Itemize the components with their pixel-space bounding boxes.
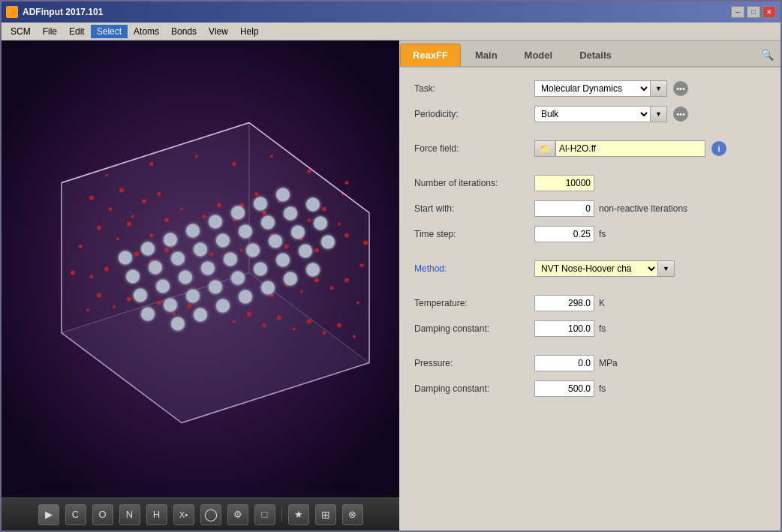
viewport-3d[interactable] <box>2 41 399 497</box>
svg-point-106 <box>201 262 215 275</box>
svg-point-58 <box>247 312 251 317</box>
damping-const2-input[interactable] <box>534 380 594 397</box>
svg-point-13 <box>116 238 119 241</box>
tab-details[interactable]: Details <box>567 44 624 66</box>
svg-point-96 <box>171 252 185 266</box>
svg-point-112 <box>141 308 155 321</box>
svg-point-95 <box>149 261 162 275</box>
num-iterations-input[interactable] <box>534 175 594 191</box>
viewport-panel: ▶ C O N H X• ◯ ⚙ □ ★ ⊞ ⊗ <box>2 41 399 530</box>
method-select-container: NVT Nose-Hoover cha ▼ <box>534 260 675 277</box>
tab-main[interactable]: Main <box>462 44 510 66</box>
svg-point-14 <box>127 222 131 227</box>
svg-point-86 <box>119 251 132 265</box>
minimize-button[interactable]: ─ <box>731 6 744 18</box>
svg-point-16 <box>164 218 169 223</box>
gear-button[interactable]: ⚙ <box>227 504 248 525</box>
search-icon[interactable]: 🔍 <box>756 44 777 65</box>
n-button[interactable]: N <box>119 504 140 525</box>
grid-button[interactable]: ⊞ <box>315 504 336 525</box>
menu-file[interactable]: File <box>37 25 63 38</box>
pressure-label: Pressure: <box>414 358 534 368</box>
svg-point-85 <box>345 181 349 185</box>
svg-point-66 <box>344 278 349 283</box>
svg-point-69 <box>300 290 303 293</box>
svg-point-24 <box>262 211 266 215</box>
periodicity-select[interactable]: Bulk <box>534 106 651 122</box>
svg-point-80 <box>195 155 198 158</box>
maximize-button[interactable]: □ <box>747 6 760 18</box>
star-button[interactable]: ★ <box>288 504 309 525</box>
damping-const1-input[interactable] <box>534 320 594 337</box>
svg-point-27 <box>308 218 311 222</box>
force-field-input[interactable] <box>555 140 705 157</box>
multi-button[interactable]: ⊗ <box>342 504 363 525</box>
task-label: Task: <box>414 83 534 94</box>
h-button[interactable]: H <box>146 504 167 525</box>
svg-point-72 <box>79 245 83 248</box>
pressure-input[interactable] <box>534 355 594 371</box>
start-with-row: Start with: non-reactive iterations <box>414 200 765 218</box>
menu-bonds[interactable]: Bonds <box>165 25 203 38</box>
c-button[interactable]: C <box>65 504 86 525</box>
svg-point-114 <box>186 290 200 303</box>
svg-point-73 <box>86 309 89 312</box>
menu-scm[interactable]: SCM <box>5 25 37 38</box>
svg-point-92 <box>254 197 267 211</box>
periodicity-dropdown-arrow[interactable]: ▼ <box>651 106 667 122</box>
menu-edit[interactable]: Edit <box>63 25 91 38</box>
circle-button[interactable]: ◯ <box>200 504 221 525</box>
periodicity-label: Periodicity: <box>414 109 534 119</box>
task-select[interactable]: Molecular Dynamics <box>534 80 651 97</box>
svg-point-97 <box>194 243 207 257</box>
svg-point-77 <box>363 241 368 245</box>
temperature-input[interactable] <box>534 295 594 311</box>
svg-point-19 <box>203 215 206 218</box>
periodicity-more-button[interactable]: ••• <box>673 107 688 122</box>
svg-point-88 <box>164 233 177 247</box>
pressure-row: Pressure: MPa <box>414 354 765 372</box>
menu-atoms[interactable]: Atoms <box>128 25 165 38</box>
o-button[interactable]: O <box>92 504 113 525</box>
svg-point-50 <box>127 297 131 302</box>
damping-const1-row: Damping constant: fs <box>414 320 765 338</box>
svg-point-93 <box>276 188 290 202</box>
svg-point-111 <box>314 217 327 230</box>
svg-point-39 <box>210 252 214 256</box>
svg-point-83 <box>308 170 311 173</box>
force-field-info-button[interactable]: i <box>711 141 726 156</box>
svg-point-122 <box>194 308 207 322</box>
svg-point-46 <box>104 267 109 272</box>
num-iterations-row: Number of iterations: <box>414 174 765 192</box>
svg-point-37 <box>240 249 243 252</box>
tab-model[interactable]: Model <box>512 44 566 66</box>
app-icon: 🔶 <box>6 6 18 18</box>
tab-reaxff[interactable]: ReaxFF <box>400 44 461 66</box>
svg-point-9 <box>131 215 134 218</box>
svg-point-121 <box>171 317 185 331</box>
task-more-button[interactable]: ••• <box>673 81 688 96</box>
play-button[interactable]: ▶ <box>38 504 59 525</box>
x-button[interactable]: X• <box>173 504 194 525</box>
tab-bar: ReaxFF Main Model Details 🔍 <box>399 41 780 68</box>
damping-const1-unit: fs <box>599 323 606 334</box>
svg-point-103 <box>134 289 147 302</box>
method-dropdown-arrow[interactable]: ▼ <box>658 260 675 277</box>
close-button[interactable]: ✕ <box>762 6 776 18</box>
square-button[interactable]: □ <box>254 504 275 525</box>
task-dropdown-arrow[interactable]: ▼ <box>651 80 667 97</box>
svg-point-87 <box>141 242 155 256</box>
temperature-unit: K <box>599 298 605 308</box>
start-with-input[interactable] <box>534 200 594 217</box>
force-field-label: Force field: <box>414 143 534 154</box>
method-select[interactable]: NVT Nose-Hoover cha <box>534 260 658 277</box>
svg-point-32 <box>314 248 319 253</box>
svg-point-28 <box>322 207 326 212</box>
method-label: Method: <box>414 263 534 274</box>
file-browse-button[interactable]: 📁 <box>534 140 555 157</box>
time-step-input[interactable] <box>534 226 594 242</box>
menu-select[interactable]: Select <box>91 25 128 38</box>
svg-point-123 <box>216 299 230 313</box>
menu-view[interactable]: View <box>203 25 234 38</box>
menu-help[interactable]: Help <box>234 25 265 38</box>
